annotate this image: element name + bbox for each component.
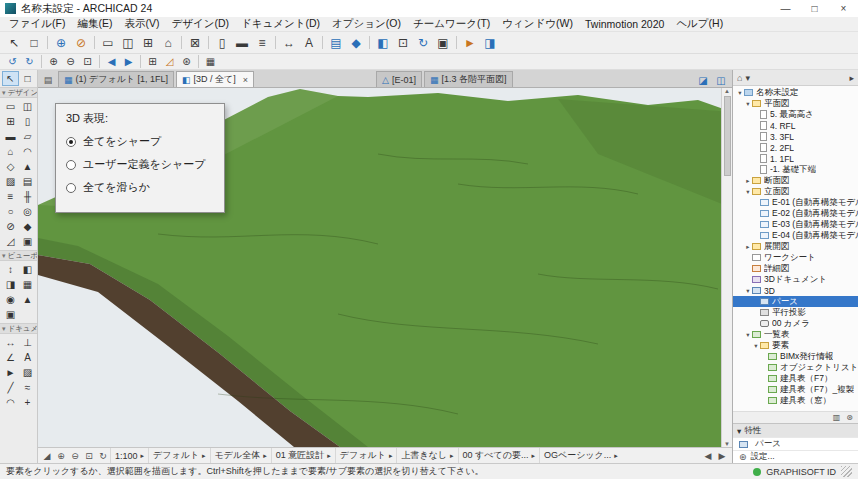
zoom-in-icon[interactable]: ⊕ xyxy=(54,451,68,461)
resize-grip[interactable] xyxy=(841,466,852,477)
door-tool[interactable]: ◫ xyxy=(19,99,36,114)
tree-item-13[interactable]: E-04 (自動再構築モデル) xyxy=(733,230,858,241)
tree-item-4[interactable]: 3. 3FL xyxy=(733,131,858,142)
quick-option-3[interactable]: 01 意匠設計▸ xyxy=(271,448,335,463)
marquee-icon[interactable]: □ xyxy=(24,34,44,52)
tree-item-17[interactable]: 3Dドキュメント xyxy=(733,274,858,285)
menu-item-5[interactable]: オプション(O) xyxy=(326,17,407,31)
object-tool-icon[interactable]: ⌂ xyxy=(158,34,178,52)
previous-view-icon[interactable]: ◀ xyxy=(103,55,120,69)
window-tool-icon[interactable]: ⊞ xyxy=(138,34,158,52)
worksheet-tool[interactable]: ▦ xyxy=(19,277,36,292)
dimension-tool[interactable]: ↔ xyxy=(2,335,19,350)
chevron-down-icon[interactable]: ▾ xyxy=(745,73,750,83)
undo-icon[interactable]: ↺ xyxy=(4,55,21,69)
tab-3[interactable]: ▦[1.3 各階平面図] xyxy=(424,71,513,87)
camera-icon[interactable]: ▣ xyxy=(433,34,453,52)
tree-item-9[interactable]: ▾立面図 xyxy=(733,186,858,197)
tree-item-24[interactable]: BIMx発行情報 xyxy=(733,351,858,362)
organizer-icon[interactable]: ◫ xyxy=(713,73,729,87)
quick-option-2[interactable]: モデル全体▸ xyxy=(210,448,271,463)
menu-item-8[interactable]: Twinmotion 2020 xyxy=(579,18,670,30)
tree-item-0[interactable]: ▾名称未設定 xyxy=(733,87,858,98)
menu-item-7[interactable]: ウィンドウ(W) xyxy=(496,17,579,31)
grid-snap-icon[interactable]: ⊞ xyxy=(144,55,161,69)
tree-item-2[interactable]: 5. 最高高さ xyxy=(733,109,858,120)
tab-overview-icon[interactable]: ▤ xyxy=(40,75,56,87)
tree-item-26[interactable]: 建具表（F7） xyxy=(733,373,858,384)
elevation-tool[interactable]: ◧ xyxy=(19,262,36,277)
menu-item-2[interactable]: 表示(V) xyxy=(118,17,165,31)
quick-option-6[interactable]: 00 すべての要...▸ xyxy=(458,448,539,463)
level-dimension-tool[interactable]: ⊥ xyxy=(19,335,36,350)
pen-set-icon[interactable]: ◢ xyxy=(40,451,54,461)
angle-dimension-tool[interactable]: ∠ xyxy=(2,350,19,365)
3d-viewport[interactable]: 3D 表現: 全てをシャープユーザー定義をシャープ全てを滑らか ▲ ▼ xyxy=(38,88,732,447)
slab-tool[interactable]: ▱ xyxy=(19,129,36,144)
tree-chevron-icon[interactable]: ▾ xyxy=(736,89,744,97)
orbit-icon[interactable]: ↻ xyxy=(413,34,433,52)
zoom-out-icon[interactable]: ⊖ xyxy=(68,451,82,461)
rotate-view-icon[interactable]: ↻ xyxy=(96,451,110,461)
menu-item-6[interactable]: チームワーク(T) xyxy=(407,17,496,31)
3d-cutaway-icon[interactable]: ◧ xyxy=(373,34,393,52)
line-tool[interactable]: ╱ xyxy=(2,380,19,395)
zoom-fit-icon[interactable]: ⊡ xyxy=(82,451,96,461)
flag-icon[interactable]: ► xyxy=(460,34,480,52)
pickup-parameters-icon[interactable]: ⊕ xyxy=(51,34,71,52)
properties-icon[interactable]: ⊛ xyxy=(846,413,853,422)
tree-item-8[interactable]: ▸断面図 xyxy=(733,175,858,186)
scroll-down-icon[interactable]: ▼ xyxy=(724,441,730,447)
menu-item-4[interactable]: ドキュメント(D) xyxy=(235,17,326,31)
menu-item-9[interactable]: ヘルプ(H) xyxy=(670,17,729,31)
magic-wand-icon[interactable]: ⊛ xyxy=(178,55,195,69)
toolbox-section-header-1[interactable]: ▾ビューポイント xyxy=(0,250,37,261)
tree-item-7[interactable]: -1. 基礎下端 xyxy=(733,164,858,175)
next-view-icon[interactable]: ▶ xyxy=(120,55,137,69)
change-tool[interactable]: ▲ xyxy=(19,292,36,307)
publish-icon[interactable]: ◨ xyxy=(480,34,500,52)
truss-tool[interactable]: ◿ xyxy=(2,234,19,249)
mesh-tool[interactable]: ▲ xyxy=(19,159,36,174)
tree-item-15[interactable]: ワークシート xyxy=(733,252,858,263)
properties-row-0[interactable]: パース xyxy=(733,437,858,450)
quick-option-7[interactable]: OGベーシック...▸ xyxy=(539,448,622,463)
shell-tool[interactable]: ◠ xyxy=(19,144,36,159)
beam-tool[interactable]: ▬ xyxy=(2,129,19,144)
tree-chevron-icon[interactable]: ▸ xyxy=(744,243,752,251)
view-settings-icon[interactable]: ▥ xyxy=(833,413,841,422)
radio-button[interactable] xyxy=(66,183,76,193)
morph-tool[interactable]: ◇ xyxy=(2,159,19,174)
close-button[interactable]: × xyxy=(829,0,858,17)
arc-tool[interactable]: ◠ xyxy=(2,395,19,410)
tab-0[interactable]: ▦(1) デフォルト [1, 1FL] xyxy=(58,71,174,87)
window-tool[interactable]: ⊞ xyxy=(2,114,19,129)
tree-item-25[interactable]: オブジェクトリスト xyxy=(733,362,858,373)
railing-tool[interactable]: ╫ xyxy=(19,189,36,204)
roof-tool[interactable]: ⌂ xyxy=(2,144,19,159)
grid-tool-icon[interactable]: ⊠ xyxy=(185,34,205,52)
toolbox-section-header-2[interactable]: ▾ドキュメント xyxy=(0,323,37,334)
column-head-tool[interactable]: ▣ xyxy=(19,234,36,249)
polyline-tool[interactable]: ≈ xyxy=(19,380,36,395)
tree-item-19[interactable]: パース xyxy=(733,296,858,307)
fit-view-icon[interactable]: ⊡ xyxy=(79,55,96,69)
snap-icon[interactable]: ◆ xyxy=(346,34,366,52)
label-tool[interactable]: ► xyxy=(2,365,19,380)
tree-item-23[interactable]: ▾要素 xyxy=(733,340,858,351)
tree-item-1[interactable]: ▾平面図 xyxy=(733,98,858,109)
pin-icon[interactable]: ▸ xyxy=(849,73,854,83)
wall-tool[interactable]: ▭ xyxy=(2,99,19,114)
section-tool[interactable]: ↕ xyxy=(2,262,19,277)
text-tool[interactable]: A xyxy=(19,350,36,365)
properties-header[interactable]: ▾ 特性 xyxy=(733,424,858,437)
tab-close-button[interactable]: × xyxy=(243,75,248,85)
fill-tool[interactable]: ▨ xyxy=(19,365,36,380)
quick-option-1[interactable]: デフォルト▸ xyxy=(148,448,210,463)
zoom-out-icon[interactable]: ⊖ xyxy=(62,55,79,69)
radio-option-2[interactable]: 全てを滑らか xyxy=(66,180,214,195)
zone-tool[interactable]: ▨ xyxy=(2,174,19,189)
project-chooser-icon[interactable]: ⌂ xyxy=(737,73,742,83)
zoom-in-icon[interactable]: ⊕ xyxy=(45,55,62,69)
opening-tool[interactable]: ⊘ xyxy=(2,219,19,234)
